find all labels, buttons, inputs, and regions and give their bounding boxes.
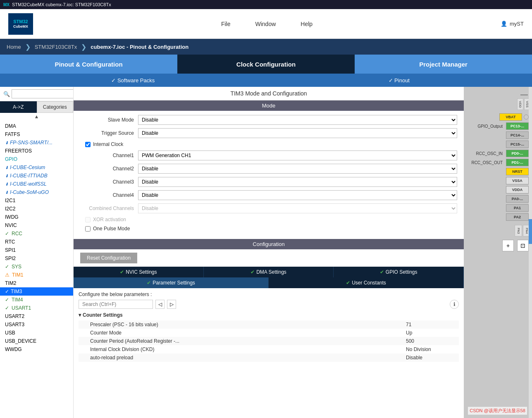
sidebar-item-freertos[interactable]: FREERTOS (0, 147, 73, 155)
menu-help[interactable]: Help (301, 21, 313, 27)
sidebar-item-usb-device[interactable]: USB_DEVICE (0, 337, 73, 345)
channel4-select[interactable]: Disable (138, 190, 457, 200)
sidebar-item-dma[interactable]: DMA (0, 122, 73, 130)
config-tab-dma[interactable]: ✔ DMA Settings (204, 267, 334, 277)
sidebar-item-fp-sns[interactable]: ⬇FP-SNS-SMART/... (0, 139, 73, 147)
nrst-chip[interactable]: NRST (506, 168, 529, 175)
sidebar-item-rtc[interactable]: RTC (0, 238, 73, 246)
reset-config-button[interactable]: Reset Configuration (80, 253, 137, 263)
pa1-chip[interactable]: PA1 (506, 204, 529, 212)
param-nav-prev[interactable]: ◁ (155, 300, 165, 309)
vssa-chip[interactable]: VSSA (506, 177, 529, 184)
vdda-chip[interactable]: VDDA (506, 186, 529, 193)
channel3-select[interactable]: Disable (138, 177, 457, 187)
sidebar-item-usart3[interactable]: USART3 (0, 320, 73, 329)
pd1-chip[interactable]: PD1-... (506, 159, 529, 166)
param-name-1: Counter Mode (82, 330, 406, 336)
one-pulse-checkbox[interactable] (85, 226, 91, 232)
config-tab-row1: ✔ NVIC Settings ✔ DMA Settings ✔ GPIO Se… (74, 267, 464, 277)
myst-button[interactable]: 👤 myST (501, 21, 524, 27)
sidebar-tab-az[interactable]: A->Z (0, 101, 37, 113)
collapse-icon[interactable]: ▾ (79, 312, 81, 318)
subnav-pinout[interactable]: ✓ Pinout (266, 77, 532, 84)
sidebar-item-gpio[interactable]: GPIO (0, 155, 73, 163)
vbat-chip[interactable]: VBAT (499, 113, 522, 121)
tab-pinout[interactable]: Pinout & Configuration (0, 55, 177, 74)
plus-button[interactable]: + (502, 240, 514, 251)
param-name-3: Internal Clock Division (CKD) (82, 346, 406, 352)
param-search-input[interactable] (79, 300, 153, 309)
pc15-chip[interactable]: PC15-... (506, 141, 529, 148)
xor-checkbox[interactable] (85, 217, 91, 222)
xor-label: XOR activation (93, 217, 126, 222)
sidebar-item-fatfs[interactable]: FATFS (0, 130, 73, 139)
internal-clock-label: Internal Clock (93, 141, 123, 147)
sidebar-item-sys[interactable]: ✓SYS (0, 263, 73, 271)
pin-vssa: VSSA (467, 177, 529, 184)
channel4-label: Channel4 (80, 192, 138, 198)
param-info-btn[interactable]: ℹ (450, 300, 459, 309)
pc14-chip[interactable]: PC14-... (506, 131, 529, 139)
sidebar-item-i-cube-ittiadb[interactable]: ⬇I-CUBE-ITTIADB (0, 172, 73, 180)
param-value-0[interactable]: 71 (406, 322, 456, 327)
sidebar-item-spi2[interactable]: SPI2 (0, 254, 73, 263)
logo-area: STM32 CubeMX (8, 13, 33, 35)
scroll-thumb[interactable] (529, 219, 532, 244)
breadcrumb-device[interactable]: STM32F103C8Tx (35, 44, 77, 50)
sidebar-search-bar: 🔍 (0, 87, 73, 101)
sidebar-tab-categories[interactable]: Categories (37, 101, 74, 113)
param-nav-next[interactable]: ▷ (167, 300, 176, 309)
param-value-3[interactable]: No Division (406, 346, 456, 352)
sidebar-item-i-cube-wolfssl[interactable]: ⬇I-CUBE-wolfSSL (0, 180, 73, 188)
menu-file[interactable]: File (221, 21, 231, 27)
slave-mode-select[interactable]: Disable (138, 115, 457, 125)
sidebar-item-wwdg[interactable]: WWDG (0, 345, 73, 354)
pd1-side-label: RCC_OSC_OUT (467, 160, 504, 165)
breadcrumb-home[interactable]: Home (7, 44, 21, 50)
sidebar-item-i-cube-somungo[interactable]: ⬇I-Cube-SoM-uGO (0, 188, 73, 196)
sidebar-item-i-cube-cesium[interactable]: ⬇I-CUBE-Cesium (0, 163, 73, 172)
config-tab-params[interactable]: ✔ Parameter Settings (74, 277, 269, 288)
xor-row: XOR activation (80, 217, 457, 222)
sidebar-item-spi1[interactable]: SPI1 (0, 246, 73, 254)
sidebar-item-tim2[interactable]: TIM2 (0, 279, 73, 287)
subnav-software-packs[interactable]: ✓ Software Packs (0, 77, 266, 84)
sidebar-item-tim4[interactable]: ✓TIM4 (0, 296, 73, 304)
tab-project[interactable]: Project Manager (355, 55, 532, 74)
config-tab-nvic[interactable]: ✔ NVIC Settings (74, 267, 204, 277)
tab-clock[interactable]: Clock Configuration (177, 55, 355, 74)
sidebar-item-nvic[interactable]: NVIC (0, 221, 73, 229)
param-value-4[interactable]: Disable (406, 355, 456, 361)
sidebar-item-i2c2[interactable]: I2C2 (0, 205, 73, 213)
pin-pd0: RCC_OSC_IN PD0-... (467, 150, 529, 157)
channel2-select[interactable]: Disable (138, 164, 457, 174)
combined-channels-select[interactable]: Disable (138, 203, 457, 213)
config-tab-gpio[interactable]: ✔ GPIO Settings (334, 267, 464, 277)
pd0-chip[interactable]: PD0-... (506, 150, 529, 157)
expand-button[interactable]: ⊡ (517, 240, 529, 251)
sidebar-item-iwdg[interactable]: IWDG (0, 213, 73, 221)
param-value-2[interactable]: 500 (406, 338, 456, 344)
sidebar-item-tim3[interactable]: ✓TIM3 (0, 287, 73, 296)
internal-clock-checkbox[interactable] (85, 142, 91, 147)
channel1-select[interactable]: PWM Generation CH1 (138, 150, 457, 160)
menu-window[interactable]: Window (255, 21, 276, 27)
param-value-1[interactable]: Up (406, 330, 456, 336)
trigger-source-select[interactable]: Disable (138, 128, 457, 138)
config-tab-user-constants[interactable]: ✔ User Constants (269, 277, 464, 288)
minimize-icon[interactable]: — (520, 90, 528, 99)
search-input[interactable] (12, 89, 74, 98)
scroll-bar[interactable] (529, 87, 532, 418)
sidebar-item-tim1[interactable]: ⚠TIM1 (0, 271, 73, 279)
pc13-chip[interactable]: PC13-... (506, 122, 529, 130)
channel3-label: Channel3 (80, 179, 138, 185)
myst-label: myST (510, 21, 524, 27)
sidebar-item-usart1[interactable]: ✓USART1 (0, 304, 73, 312)
sidebar-item-i2c1[interactable]: I2C1 (0, 196, 73, 205)
pa2-chip[interactable]: PA2 (506, 213, 529, 221)
pa0-chip[interactable]: PA0-... (506, 195, 529, 203)
sidebar-item-usart2[interactable]: USART2 (0, 312, 73, 320)
sidebar-item-rcc[interactable]: ✓RCC (0, 229, 73, 238)
user-constants-tab-label: User Constants (352, 280, 386, 286)
sidebar-item-usb[interactable]: USB (0, 329, 73, 337)
